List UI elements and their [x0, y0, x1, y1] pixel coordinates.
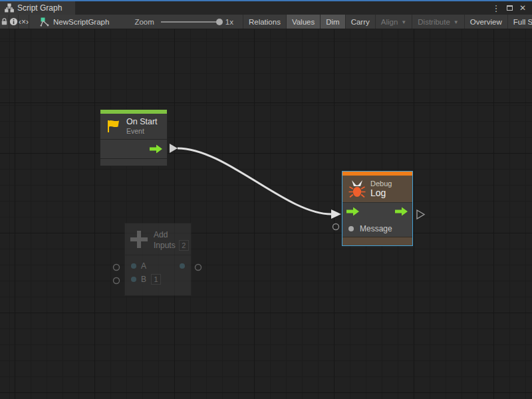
debug-log-header: Debug Log: [342, 176, 412, 202]
align-dropdown[interactable]: Align ▼: [376, 15, 413, 29]
on-start-footer: [100, 158, 167, 166]
add-port-row-b: B 1: [125, 273, 191, 286]
node-title: Add: [154, 229, 189, 240]
graph-hierarchy-icon: [5, 3, 14, 13]
result-port-dot[interactable]: [180, 263, 185, 269]
close-icon[interactable]: ✕: [517, 3, 528, 13]
maximize-icon[interactable]: [504, 3, 515, 13]
dim-button[interactable]: Dim: [321, 15, 345, 29]
add-header: Add Inputs 2: [125, 223, 191, 255]
node-title: Log: [370, 188, 392, 198]
flag-icon: [106, 119, 122, 134]
flow-output-arrow-icon[interactable]: [395, 207, 408, 216]
values-button[interactable]: Values: [287, 15, 321, 29]
debug-log-footer: [342, 237, 412, 245]
inputs-count-field[interactable]: 2: [179, 240, 189, 251]
port-a-label: A: [141, 261, 146, 271]
port-b-value-field[interactable]: 1: [151, 274, 161, 285]
tab-script-graph[interactable]: Script Graph: [0, 1, 75, 15]
inputs-label: Inputs: [154, 240, 176, 251]
port-b-dot[interactable]: [131, 277, 136, 282]
chevron-down-icon: ▼: [454, 19, 459, 25]
debug-log-flow-row: [342, 202, 412, 220]
node-on-start[interactable]: On Start Event: [100, 109, 168, 166]
node-subtitle: Event: [126, 127, 158, 136]
relations-button[interactable]: Relations: [243, 15, 287, 29]
message-port-dot[interactable]: [348, 226, 354, 231]
add-port-row-a: A: [125, 259, 191, 273]
connection-wire[interactable]: [178, 148, 331, 214]
info-button[interactable]: [9, 15, 19, 29]
graph-asset[interactable]: NewScriptGraph: [40, 15, 109, 29]
add-a-outer-port[interactable]: [114, 265, 120, 271]
node-title: On Start: [126, 117, 158, 127]
on-start-body: [100, 139, 167, 158]
flow-output-arrow-icon[interactable]: [150, 145, 162, 154]
node-debug-log[interactable]: Debug Log Message: [342, 171, 413, 246]
node-add[interactable]: Add Inputs 2 A B 1: [124, 223, 192, 296]
tab-title: Script Graph: [17, 3, 62, 13]
onstart-output-port[interactable]: [170, 144, 178, 153]
bug-icon: [348, 180, 366, 198]
distribute-dropdown[interactable]: Distribute ▼: [412, 15, 465, 29]
window-menu-icon[interactable]: ⋮: [491, 3, 501, 13]
add-b-outer-port[interactable]: [114, 278, 120, 284]
window-controls: ⋮ ✕: [491, 1, 532, 15]
zoom-control: Zoom 1x: [134, 15, 233, 29]
script-graph-window: Script Graph ⋮ ✕ ‹×›: [0, 0, 532, 399]
toolbar-toggles: Relations Values Dim Carry Align ▼ Distr…: [243, 15, 532, 29]
flow-input-arrow-icon[interactable]: [346, 207, 359, 216]
zoom-slider[interactable]: [161, 21, 219, 23]
add-result-outer-port[interactable]: [196, 265, 201, 271]
debuglog-message-outer-port[interactable]: [333, 224, 339, 230]
info-icon: [9, 17, 18, 26]
full-screen-button[interactable]: Full S: [508, 15, 532, 29]
port-a-dot[interactable]: [131, 263, 136, 269]
on-start-header: On Start Event: [100, 114, 167, 139]
tab-bar: Script Graph ⋮ ✕: [0, 1, 532, 15]
graph-toolbar: ‹×› NewScriptGraph Zoom 1x Relations Val…: [0, 15, 532, 29]
debug-log-message-row: Message: [342, 220, 412, 237]
zoom-slider-handle[interactable]: [216, 19, 223, 25]
port-b-label: B: [141, 275, 146, 284]
connections-overlay: [0, 29, 532, 399]
graph-name-label: NewScriptGraph: [53, 18, 109, 26]
message-port-label: Message: [360, 224, 392, 233]
embed-source-button[interactable]: ‹×›: [19, 15, 29, 29]
lock-button[interactable]: [0, 15, 9, 29]
overview-button[interactable]: Overview: [465, 15, 508, 29]
code-icon: ‹×›: [19, 17, 29, 27]
zoom-label: Zoom: [134, 18, 154, 26]
debuglog-output-port[interactable]: [417, 210, 424, 219]
wire-arrowhead: [331, 209, 341, 219]
plus-icon: [130, 231, 148, 248]
add-body: A B 1: [125, 255, 191, 295]
carry-button[interactable]: Carry: [346, 15, 376, 29]
lock-icon: [0, 17, 9, 26]
chevron-down-icon: ▼: [401, 19, 406, 25]
graph-canvas[interactable]: On Start Event Debug: [0, 29, 532, 399]
zoom-value: 1x: [225, 18, 233, 26]
script-graph-asset-icon: [40, 17, 49, 27]
